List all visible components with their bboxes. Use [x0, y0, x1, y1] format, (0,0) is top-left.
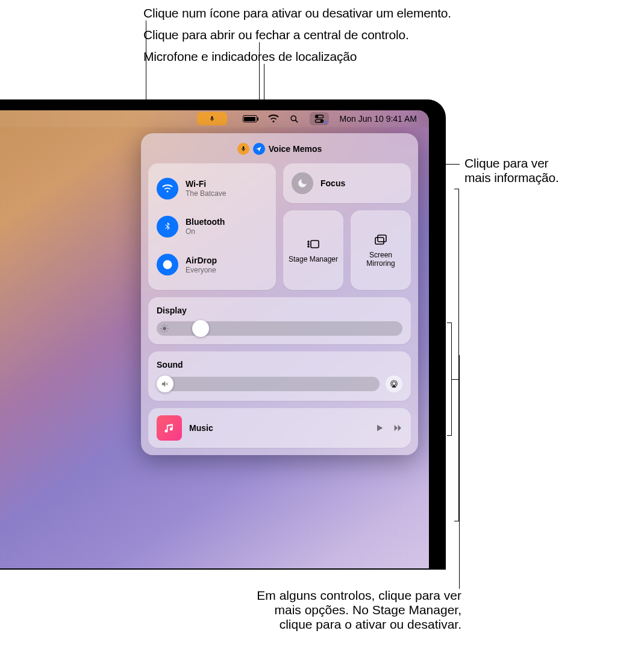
airplay-audio-button[interactable]: [386, 376, 402, 392]
wifi-icon: [157, 178, 178, 200]
spotlight-search[interactable]: [290, 115, 299, 124]
svg-rect-14: [378, 235, 386, 242]
privacy-indicators[interactable]: Voice Memos: [148, 140, 411, 157]
music-app-icon: [157, 415, 182, 441]
svg-line-21: [166, 330, 167, 331]
wifi-status[interactable]: [268, 113, 279, 124]
svg-point-12: [308, 246, 309, 247]
connectivity-tile[interactable]: Wi-Fi The Batcave Bluetooth On: [148, 163, 276, 290]
screen-mirroring-label: Screen Mirroring: [355, 251, 406, 268]
screen-mirroring-tile[interactable]: Screen Mirroring: [351, 210, 411, 290]
callout-toggle: Clique num ícone para ativar ou desativa…: [143, 6, 451, 20]
small-tiles: Stage Manager Screen Mirroring: [283, 210, 411, 290]
play-button[interactable]: [375, 423, 384, 433]
siri-mic-pill[interactable]: [197, 112, 227, 125]
leader-line: [451, 379, 458, 380]
desktop-screen: Mon Jun 10 9:41 AM Voice Memos: [0, 110, 429, 568]
svg-point-8: [163, 261, 172, 269]
svg-line-22: [161, 330, 162, 331]
control-center-panel: Voice Memos Wi-Fi The Batcave: [141, 133, 418, 455]
svg-rect-13: [375, 237, 384, 244]
microphone-icon: [240, 146, 246, 152]
battery-icon: [243, 115, 257, 122]
svg-point-15: [163, 327, 166, 330]
stage-manager-label: Stage Manager: [289, 255, 338, 263]
sound-tile[interactable]: Sound: [148, 351, 411, 401]
mute-icon: [161, 380, 169, 388]
bluetooth-icon: [157, 216, 178, 237]
stage-manager-icon: [306, 237, 320, 251]
location-indicator: [253, 143, 265, 155]
bluetooth-status: On: [186, 227, 225, 236]
display-slider[interactable]: [157, 321, 402, 336]
music-controls: [375, 423, 402, 433]
battery-status[interactable]: [243, 115, 257, 122]
callout-options: Em alguns controlos, clique para ver mai…: [257, 588, 461, 632]
airdrop-icon: [157, 254, 178, 275]
location-indicator-icon: [323, 120, 328, 125]
menubar-datetime[interactable]: Mon Jun 10 9:41 AM: [340, 114, 417, 124]
svg-point-11: [308, 244, 309, 245]
wifi-network: The Batcave: [186, 189, 226, 198]
airdrop-status: Everyone: [186, 266, 217, 274]
next-button[interactable]: [393, 423, 402, 433]
focus-label: Focus: [320, 178, 345, 188]
sound-label: Sound: [157, 360, 402, 370]
svg-line-1: [295, 120, 298, 122]
svg-point-4: [316, 116, 318, 118]
control-center-menubar-icon[interactable]: [310, 112, 329, 125]
menubar: Mon Jun 10 9:41 AM: [0, 110, 429, 127]
music-title: Music: [189, 423, 367, 433]
bracket: [454, 189, 459, 521]
mic-indicator: [237, 143, 249, 155]
callout-open-cc: Clique para abrir ou fechar a central de…: [143, 28, 409, 42]
leader-line: [459, 355, 460, 589]
display-label: Display: [157, 306, 402, 315]
airplay-icon: [389, 379, 399, 389]
stage-manager-tile[interactable]: Stage Manager: [283, 210, 343, 290]
wifi-toggle[interactable]: Wi-Fi The Batcave: [157, 178, 267, 200]
privacy-app-name: Voice Memos: [269, 144, 322, 154]
callout-mic-loc: Microfone e indicadores de localização: [143, 49, 357, 64]
search-icon: [290, 115, 299, 124]
screen-mirroring-icon: [374, 233, 388, 247]
bluetooth-title: Bluetooth: [186, 217, 225, 227]
svg-point-5: [320, 120, 322, 122]
svg-point-0: [291, 116, 296, 121]
display-slider-thumb[interactable]: [192, 320, 209, 337]
device-frame: Mon Jun 10 9:41 AM Voice Memos: [0, 99, 446, 570]
brightness-low-icon: [160, 324, 169, 333]
svg-point-10: [308, 241, 309, 242]
svg-line-23: [166, 326, 167, 326]
microphone-icon: [209, 116, 215, 122]
now-playing-tile[interactable]: Music: [148, 408, 411, 448]
airdrop-toggle[interactable]: AirDrop Everyone: [157, 254, 267, 275]
focus-icon: [292, 172, 313, 194]
bluetooth-toggle[interactable]: Bluetooth On: [157, 216, 267, 237]
wifi-title: Wi-Fi: [186, 179, 226, 189]
display-tile[interactable]: Display: [148, 297, 411, 344]
focus-tile[interactable]: Focus: [283, 163, 411, 203]
svg-line-20: [161, 326, 162, 326]
svg-rect-9: [311, 241, 319, 248]
sound-slider[interactable]: [157, 377, 380, 391]
sound-slider-thumb[interactable]: [157, 376, 174, 392]
airdrop-title: AirDrop: [186, 256, 217, 265]
wifi-icon: [268, 113, 279, 124]
location-arrow-icon: [255, 146, 262, 153]
callout-more-info: Clique para ver mais informação.: [464, 156, 559, 185]
